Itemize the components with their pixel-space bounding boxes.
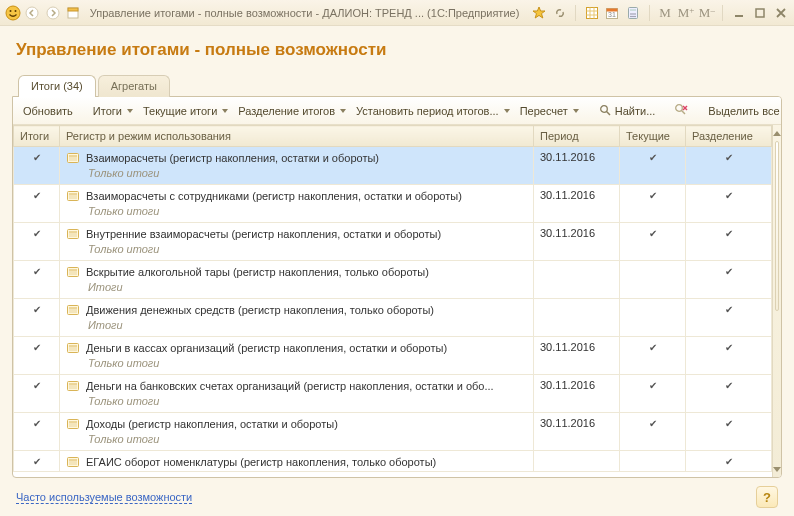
close-button[interactable] [771, 4, 790, 22]
window-body: Управление итогами - полные возможности … [0, 26, 794, 516]
select-all-button[interactable]: Выделить все [704, 103, 782, 119]
col-header-itogi[interactable]: Итоги [14, 126, 60, 147]
window-title: Управление итогами - полные возможности … [90, 7, 520, 19]
register-icon [66, 379, 80, 393]
register-mode: Только итоги [60, 241, 533, 260]
table-row[interactable]: Деньги на банковских счетах организаций … [14, 375, 772, 413]
set-period-menu[interactable]: Установить период итогов... [352, 103, 514, 119]
svg-rect-20 [756, 9, 764, 17]
svg-rect-6 [68, 8, 78, 11]
nav-back-button[interactable] [23, 4, 42, 22]
m-minus-button[interactable]: M [697, 4, 716, 22]
split-check-icon [686, 261, 771, 281]
split-check-icon [686, 299, 771, 319]
tab-panel: Обновить Итоги Текущие итоги Разделение … [12, 96, 782, 478]
grid-tool-icon[interactable] [582, 4, 601, 22]
vertical-scrollbar[interactable] [772, 125, 781, 477]
favorite-star-icon[interactable] [529, 4, 548, 22]
split-check-icon [686, 451, 771, 471]
clear-filter-button[interactable] [671, 101, 692, 120]
scroll-down-button[interactable] [773, 461, 781, 477]
itogi-check-icon [14, 413, 59, 433]
titlebar-divider [575, 5, 576, 21]
register-name: Деньги в кассах организаций (регистр нак… [86, 342, 447, 354]
recalc-label: Пересчет [520, 105, 568, 117]
itogi-menu-label: Итоги [93, 105, 122, 117]
svg-point-3 [26, 7, 38, 19]
calc-tool-icon[interactable] [624, 4, 643, 22]
table-row[interactable]: Взаиморасчеты с сотрудниками (регистр на… [14, 185, 772, 223]
register-name: Деньги на банковских счетах организаций … [86, 380, 494, 392]
m-plus-button[interactable]: M [677, 4, 696, 22]
svg-rect-7 [586, 7, 597, 18]
itogi-menu[interactable]: Итоги [89, 103, 137, 119]
svg-point-13 [630, 13, 632, 15]
svg-point-21 [600, 106, 607, 113]
register-name: Внутренние взаиморасчеты (регистр накопл… [86, 228, 441, 240]
link-icon[interactable] [550, 4, 569, 22]
split-itogi-label: Разделение итогов [238, 105, 335, 117]
maximize-button[interactable] [750, 4, 769, 22]
current-check-icon [620, 223, 685, 243]
register-mode: Только итоги [60, 431, 533, 450]
scroll-track[interactable] [773, 141, 781, 461]
table-row[interactable]: Вскрытие алкогольной тары (регистр накоп… [14, 261, 772, 299]
current-check-icon [620, 413, 685, 433]
split-check-icon [686, 413, 771, 433]
table-row[interactable]: ЕГАИС оборот номенклатуры (регистр накоп… [14, 451, 772, 472]
frequently-used-link[interactable]: Часто используемые возможности [16, 491, 192, 504]
current-itogi-label: Текущие итоги [143, 105, 217, 117]
svg-point-0 [6, 6, 20, 20]
tab-agregaty[interactable]: Агрегаты [98, 75, 170, 97]
nav-forward-button[interactable] [44, 4, 63, 22]
chevron-down-icon [573, 109, 579, 113]
refresh-button[interactable]: Обновить [19, 103, 77, 119]
svg-point-15 [634, 13, 636, 15]
titlebar: Управление итогами - полные возможности … [0, 0, 794, 26]
scroll-thumb[interactable] [775, 141, 779, 311]
m-button[interactable]: M [656, 4, 675, 22]
col-header-split[interactable]: Разделение [686, 126, 772, 147]
itogi-check-icon [14, 451, 59, 471]
tab-itogi[interactable]: Итоги (34) [18, 75, 96, 97]
table-row[interactable]: Движения денежных средств (регистр накоп… [14, 299, 772, 337]
register-mode: Итоги [60, 317, 533, 336]
col-header-period[interactable]: Период [534, 126, 620, 147]
svg-point-14 [632, 13, 634, 15]
chevron-down-icon [504, 109, 510, 113]
register-icon [66, 227, 80, 241]
table-row[interactable]: Деньги в кассах организаций (регистр нак… [14, 337, 772, 375]
table-row[interactable]: Взаиморасчеты (регистр накопления, остат… [14, 147, 772, 185]
minimize-button[interactable] [729, 4, 748, 22]
col-header-current[interactable]: Текущие [620, 126, 686, 147]
calendar-tool-icon[interactable]: 31 [603, 4, 622, 22]
col-header-register[interactable]: Регистр и режим использования [60, 126, 534, 147]
split-check-icon [686, 185, 771, 205]
find-label: Найти... [615, 105, 656, 117]
scroll-up-button[interactable] [773, 125, 781, 141]
period-value: 30.11.2016 [534, 185, 619, 205]
grid[interactable]: Итоги Регистр и режим использования Пери… [13, 125, 772, 477]
period-value: 30.11.2016 [534, 337, 619, 357]
current-check-icon [620, 147, 685, 167]
svg-line-22 [607, 112, 610, 115]
find-button[interactable]: Найти... [595, 102, 660, 119]
toolbar: Обновить Итоги Текущие итоги Разделение … [13, 97, 781, 125]
svg-rect-19 [735, 15, 743, 17]
split-itogi-menu[interactable]: Разделение итогов [234, 103, 350, 119]
chevron-down-icon [340, 109, 346, 113]
table-row[interactable]: Внутренние взаиморасчеты (регистр накопл… [14, 223, 772, 261]
split-check-icon [686, 223, 771, 243]
recalc-menu[interactable]: Пересчет [516, 103, 583, 119]
app-smiley-icon [4, 4, 21, 22]
current-check-icon [620, 375, 685, 395]
current-check-icon [620, 337, 685, 357]
register-name: Доходы (регистр накопления, остатки и об… [86, 418, 338, 430]
svg-point-1 [9, 10, 11, 12]
register-name: Вскрытие алкогольной тары (регистр накоп… [86, 266, 429, 278]
help-button[interactable]: ? [756, 486, 778, 508]
itogi-check-icon [14, 223, 59, 243]
current-itogi-menu[interactable]: Текущие итоги [139, 103, 232, 119]
period-value [534, 261, 619, 269]
table-row[interactable]: Доходы (регистр накопления, остатки и об… [14, 413, 772, 451]
